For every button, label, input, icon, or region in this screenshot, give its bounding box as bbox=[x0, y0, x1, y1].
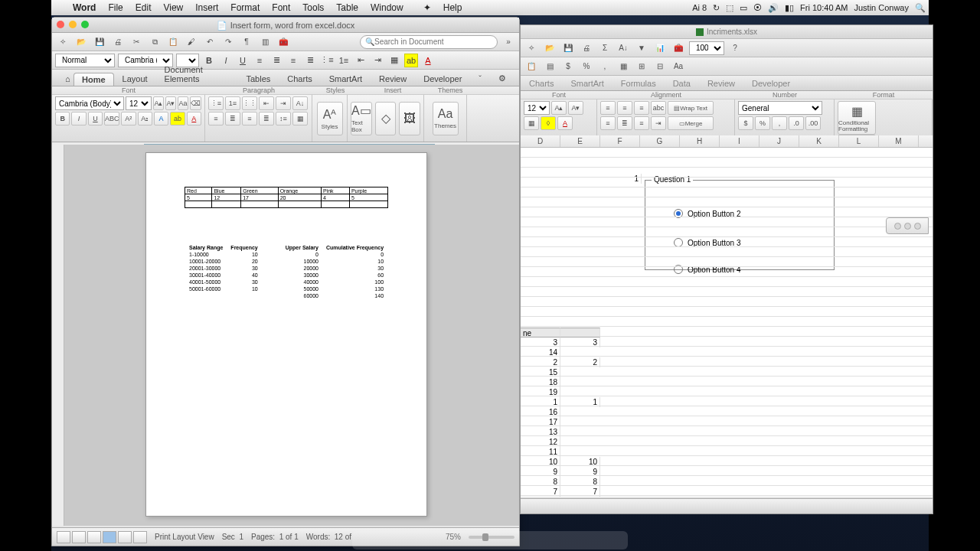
menu-window[interactable]: Window bbox=[364, 0, 410, 15]
xl-tab-review[interactable]: Review bbox=[699, 77, 743, 90]
search-input[interactable] bbox=[374, 37, 482, 46]
menu-edit[interactable]: Edit bbox=[129, 0, 158, 15]
cell-e[interactable]: 3 bbox=[560, 337, 600, 347]
col-header-M[interactable]: M bbox=[879, 135, 919, 147]
user-menu[interactable]: Justin Conway bbox=[851, 3, 912, 12]
borders-icon[interactable]: ▦ bbox=[387, 54, 401, 67]
show-formatting-icon[interactable]: ¶ bbox=[239, 35, 254, 49]
cell-e[interactable]: 10 bbox=[560, 457, 600, 467]
xl-tab-charts[interactable]: Charts bbox=[521, 77, 562, 90]
dropbox-icon[interactable]: ⬚ bbox=[723, 3, 737, 13]
font-color2-icon[interactable]: A bbox=[187, 112, 201, 126]
ribbon-settings-icon[interactable]: ⚙ bbox=[490, 71, 514, 86]
themes-button[interactable]: AaThemes bbox=[433, 102, 459, 135]
xl-fontc-icon[interactable]: A bbox=[557, 116, 573, 130]
xl-paste-icon[interactable]: 📋 bbox=[524, 60, 539, 73]
xl-insert-icon[interactable]: ⊞ bbox=[634, 60, 649, 73]
cell-d[interactable]: 17 bbox=[521, 417, 560, 427]
menu-file[interactable]: File bbox=[102, 0, 129, 15]
xl-currency-icon[interactable]: $ bbox=[560, 60, 576, 73]
cell-d[interactable]: 15 bbox=[521, 367, 560, 377]
menu-font[interactable]: Font bbox=[266, 0, 296, 15]
cell-e[interactable]: 7 bbox=[560, 487, 600, 497]
ribbon-home-icon[interactable]: ⌂ bbox=[57, 72, 74, 86]
clear-format-icon[interactable]: ⌫ bbox=[190, 96, 201, 110]
view-buttons[interactable] bbox=[57, 531, 147, 543]
conditional-formatting-button[interactable]: ▦Conditional Formatting bbox=[838, 101, 876, 135]
paste-icon[interactable]: 📋 bbox=[165, 35, 181, 49]
align-center-icon[interactable]: ≣ bbox=[270, 54, 283, 67]
cell-e[interactable] bbox=[560, 328, 600, 337]
col-header-D[interactable]: D bbox=[521, 135, 560, 147]
xl-delete-icon[interactable]: ⊟ bbox=[652, 60, 668, 73]
superscript-icon[interactable]: A² bbox=[121, 112, 136, 126]
ribbon-size-select[interactable]: 12 bbox=[126, 96, 152, 110]
col-header-F[interactable]: F bbox=[600, 135, 640, 147]
align-c-icon[interactable]: ≣ bbox=[225, 112, 240, 126]
cell-d[interactable]: 16 bbox=[521, 407, 560, 417]
xl-help-icon[interactable]: ? bbox=[727, 41, 743, 55]
xl-shrink-icon[interactable]: A▾ bbox=[568, 101, 583, 115]
xl-wrap-button[interactable]: ▤ Wrap Text bbox=[668, 101, 714, 115]
cell-e[interactable]: 8 bbox=[560, 477, 600, 487]
word-titlebar[interactable]: 📄Insert form, word from excel.docx bbox=[52, 18, 519, 33]
xl-new-icon[interactable]: ✧ bbox=[524, 41, 539, 55]
xl-tab-developer[interactable]: Developer bbox=[743, 77, 799, 90]
battery-icon[interactable]: ▮▯ bbox=[782, 3, 797, 13]
align-r-icon[interactable]: ≡ bbox=[242, 112, 257, 126]
xl-zoom-select[interactable]: 100% bbox=[689, 41, 724, 55]
expand-icon[interactable]: » bbox=[501, 35, 516, 49]
tab-tables[interactable]: Tables bbox=[238, 72, 279, 86]
xl-comma-icon[interactable]: , bbox=[597, 60, 612, 73]
col-header-I[interactable]: I bbox=[720, 135, 760, 147]
close-icon[interactable] bbox=[57, 21, 64, 28]
menu-format[interactable]: Format bbox=[224, 0, 266, 15]
dock[interactable] bbox=[352, 531, 628, 549]
cell-e[interactable]: 9 bbox=[560, 467, 600, 477]
document-page[interactable]: RedBlueGreenOrangePinkPurple 512172045 S… bbox=[145, 152, 427, 517]
sort-icon[interactable]: A↓ bbox=[292, 96, 308, 110]
xl-tab-data[interactable]: Data bbox=[665, 77, 699, 90]
volume-icon[interactable]: 🔊 bbox=[765, 3, 782, 13]
justify2-icon[interactable]: ≣ bbox=[259, 112, 274, 126]
ribbon-font-select[interactable]: Cambria (Body) bbox=[55, 96, 124, 110]
xl-merge-button[interactable]: ▭ Merge bbox=[668, 116, 714, 130]
print-icon[interactable]: 🖨 bbox=[110, 35, 126, 49]
change-case-icon[interactable]: Aa bbox=[178, 96, 188, 110]
column-headers[interactable]: DEFGHIJKLM bbox=[521, 135, 933, 148]
xl-grow-icon[interactable]: A▴ bbox=[551, 101, 567, 115]
shrink-font-icon[interactable]: A▾ bbox=[165, 96, 176, 110]
display-icon[interactable]: ▭ bbox=[737, 3, 750, 13]
text-effects-icon[interactable]: A bbox=[154, 112, 168, 126]
cell-d[interactable]: 18 bbox=[521, 377, 560, 387]
underline-icon[interactable]: U bbox=[88, 112, 103, 126]
outdent2-icon[interactable]: ⇤ bbox=[259, 96, 274, 110]
tab-smartart[interactable]: SmartArt bbox=[321, 72, 371, 86]
cell-d[interactable]: 13 bbox=[521, 427, 560, 437]
styles-button[interactable]: AᴬStyles bbox=[317, 102, 343, 135]
menu-insert[interactable]: Insert bbox=[189, 0, 224, 15]
cell-d[interactable]: 9 bbox=[521, 467, 560, 477]
xl-al-l-icon[interactable]: ≡ bbox=[600, 116, 616, 130]
menu-table[interactable]: Table bbox=[330, 0, 364, 15]
cell-e[interactable]: 2 bbox=[560, 357, 600, 367]
xl-font-size[interactable]: 12 bbox=[524, 101, 550, 115]
numbers2-icon[interactable]: 1≡ bbox=[225, 96, 240, 110]
format-painter-icon[interactable]: 🖌 bbox=[184, 35, 199, 49]
underline-button[interactable]: U bbox=[236, 54, 250, 67]
highlight-icon[interactable]: ab bbox=[404, 54, 418, 67]
picture-button[interactable]: 🖼 bbox=[399, 102, 420, 135]
xl-open-icon[interactable]: 📂 bbox=[542, 41, 557, 55]
bold-icon[interactable]: B bbox=[55, 112, 70, 126]
multilevel-icon[interactable]: ⋮⋮ bbox=[242, 96, 257, 110]
col-header-K[interactable]: K bbox=[799, 135, 839, 147]
excel-grid[interactable]: DEFGHIJKLM Question 1 Option Button 2 Op… bbox=[521, 135, 933, 497]
adobe-icon[interactable]: Ai 8 bbox=[689, 3, 710, 12]
col-header-G[interactable]: G bbox=[640, 135, 680, 147]
xl-sum-icon[interactable]: Σ bbox=[597, 41, 612, 55]
xl-inc-icon[interactable]: .0 bbox=[789, 116, 804, 130]
cell-d[interactable]: 7 bbox=[521, 487, 560, 497]
xl-save-icon[interactable]: 💾 bbox=[560, 41, 576, 55]
search-in-document[interactable]: 🔍 bbox=[360, 35, 498, 49]
open-icon[interactable]: 📂 bbox=[74, 35, 89, 49]
